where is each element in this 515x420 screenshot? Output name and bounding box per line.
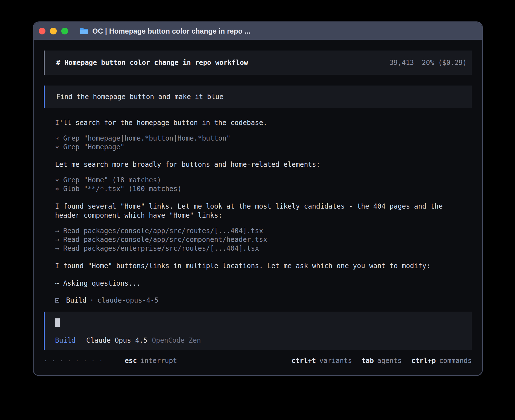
assistant-paragraph: I'll search for the homepage button in t…	[55, 118, 449, 127]
tool-call-group: → Read packages/console/app/src/routes/[…	[55, 227, 449, 253]
terminal-window: OC | Homepage button color change in rep…	[33, 21, 483, 376]
close-window-button[interactable]	[39, 28, 45, 34]
commands-label: commands	[439, 357, 472, 365]
agent-name: Build	[66, 296, 86, 304]
terminal-content: # Homepage button color change in repo w…	[34, 40, 482, 375]
hint-interrupt: esc interrupt	[125, 357, 177, 365]
status-bar-right: ctrl+t variants tab agents ctrl+p comman…	[291, 357, 472, 365]
hint-commands: ctrl+p commands	[411, 357, 472, 365]
user-message: Find the homepage button and make it blu…	[44, 86, 472, 108]
agent-status-row: Build · claude-opus-4-5	[55, 296, 449, 304]
tool-call-grep: ∗ Grep "homepage|home.*button|Home.*butt…	[55, 134, 449, 143]
agent-model: claude-opus-4-5	[97, 296, 159, 304]
tool-call-glob: ∗ Glob "**/*.tsx" (100 matches)	[55, 185, 449, 193]
assistant-status: ~ Asking questions...	[55, 279, 449, 288]
ctrl-t-key: ctrl+t	[291, 357, 316, 365]
user-message-text: Find the homepage button and make it blu…	[56, 93, 223, 101]
spinner-dots: · · · · · · · ·	[44, 357, 103, 364]
model-name: Claude Opus 4.5	[86, 336, 147, 344]
session-stats: 39,413 20% ($0.29)	[389, 59, 467, 67]
window-titlebar: OC | Homepage button color change in rep…	[34, 22, 482, 40]
status-bar: · · · · · · · · esc interrupt ctrl+t var…	[44, 357, 472, 365]
provider-name: OpenCode Zen	[152, 336, 201, 344]
tool-call-grep: ∗ Grep "Home" (18 matches)	[55, 176, 449, 185]
window-title: OC | Homepage button color change in rep…	[92, 27, 250, 35]
tool-call-group: ∗ Grep "homepage|home.*button|Home.*butt…	[55, 134, 449, 152]
context-usage: 20% ($0.29)	[422, 59, 467, 67]
session-header: # Homepage button color change in repo w…	[44, 51, 472, 75]
variants-label: variants	[319, 357, 352, 365]
input-meta: Build Claude Opus 4.5 OpenCode Zen	[55, 336, 465, 344]
token-count: 39,413	[389, 59, 414, 67]
window-title-group: OC | Homepage button color change in rep…	[80, 27, 250, 35]
agents-label: agents	[377, 357, 402, 365]
esc-label: interrupt	[140, 357, 177, 365]
hint-agents: tab agents	[362, 357, 402, 365]
esc-key: esc	[125, 357, 137, 365]
folder-icon	[80, 28, 88, 34]
tool-call-read: → Read packages/console/app/src/componen…	[55, 235, 449, 244]
agent-icon	[55, 298, 59, 303]
assistant-paragraph: Let me search more broadly for buttons a…	[55, 160, 449, 169]
tab-key: tab	[362, 357, 374, 365]
mode-badge: Build	[55, 336, 75, 344]
tool-call-grep: ∗ Grep "Homepage"	[55, 143, 449, 152]
assistant-paragraph: I found several "Home" links. Let me loo…	[55, 202, 449, 220]
text-cursor	[55, 318, 60, 327]
tool-call-read: → Read packages/enterprise/src/routes/[.…	[55, 244, 449, 253]
traffic-lights	[39, 28, 68, 34]
tool-call-group: ∗ Grep "Home" (18 matches) ∗ Glob "**/*.…	[55, 176, 449, 193]
tool-call-read: → Read packages/console/app/src/routes/[…	[55, 227, 449, 235]
session-title: # Homepage button color change in repo w…	[56, 59, 248, 67]
assistant-transcript: I'll search for the homepage button in t…	[44, 108, 472, 304]
agent-separator: ·	[90, 296, 94, 304]
zoom-window-button[interactable]	[61, 28, 68, 34]
ctrl-p-key: ctrl+p	[411, 357, 436, 365]
prompt-input[interactable]: Build Claude Opus 4.5 OpenCode Zen	[44, 312, 472, 350]
assistant-paragraph: I found "Home" buttons/links in multiple…	[55, 261, 449, 270]
hint-variants: ctrl+t variants	[291, 357, 352, 365]
minimize-window-button[interactable]	[50, 28, 57, 34]
status-bar-left: · · · · · · · · esc interrupt	[44, 357, 177, 365]
